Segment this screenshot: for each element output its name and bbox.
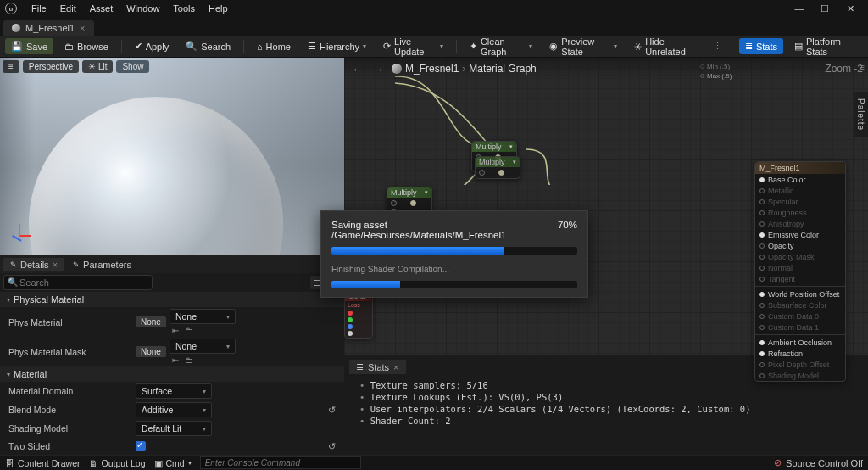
- viewport-perspective-button[interactable]: Perspective: [23, 60, 79, 73]
- b-pin[interactable]: [348, 324, 353, 329]
- asset-slot[interactable]: None: [136, 316, 166, 327]
- input-pin[interactable]: [760, 303, 765, 308]
- menu-help[interactable]: Help: [203, 2, 234, 15]
- graph-node-multiply-2[interactable]: Multiply▾: [475, 156, 520, 179]
- result-pin-row[interactable]: Ambient Occlusion: [755, 337, 845, 348]
- close-tab-icon[interactable]: ×: [80, 23, 85, 33]
- input-pin[interactable]: [760, 292, 765, 297]
- menu-edit[interactable]: Edit: [54, 2, 82, 15]
- result-pin-row[interactable]: Roughness: [755, 207, 845, 218]
- result-pin-row[interactable]: Refraction: [755, 348, 845, 359]
- section-physical-material[interactable]: Physical Material: [0, 292, 344, 307]
- input-pin[interactable]: [760, 243, 765, 249]
- details-panel[interactable]: Physical Material Phys Material None Non…: [0, 292, 344, 455]
- viewport-menu-button[interactable]: ≡: [3, 60, 19, 73]
- reset-to-default-icon[interactable]: ↺: [328, 441, 336, 452]
- result-pin-row[interactable]: Custom Data 0: [755, 311, 845, 322]
- input-pin[interactable]: [391, 200, 397, 206]
- cmd-dropdown[interactable]: ▣Cmd▾: [154, 458, 192, 468]
- input-pin[interactable]: [760, 255, 765, 260]
- asset-dropdown[interactable]: None▾: [170, 309, 236, 324]
- browse-asset-icon[interactable]: 🗀: [183, 326, 195, 335]
- material-result-node[interactable]: M_Fresnel1 Base ColorMetallicSpecularRou…: [754, 161, 846, 382]
- input-pin[interactable]: [760, 373, 765, 378]
- result-pin-row[interactable]: Specular: [755, 196, 845, 207]
- input-pin[interactable]: [760, 210, 765, 215]
- menu-window[interactable]: Window: [120, 2, 165, 15]
- input-pin[interactable]: [760, 325, 765, 330]
- search-button[interactable]: 🔍Search: [180, 38, 236, 54]
- input-pin[interactable]: [760, 188, 765, 193]
- input-pin[interactable]: [760, 340, 765, 345]
- section-material[interactable]: Material: [0, 366, 344, 382]
- menu-asset[interactable]: Asset: [84, 2, 120, 15]
- preview-state-button[interactable]: ◉Preview State▾: [543, 34, 623, 59]
- asset-dropdown[interactable]: None▾: [170, 339, 236, 354]
- input-pin[interactable]: [760, 177, 765, 182]
- menu-tools[interactable]: Tools: [167, 2, 201, 15]
- input-pin[interactable]: [479, 170, 485, 176]
- close-tab-icon[interactable]: ×: [53, 260, 58, 270]
- browse-button[interactable]: 🗀Browse: [58, 39, 114, 54]
- r-pin[interactable]: [348, 311, 353, 316]
- result-pin-row[interactable]: Normal: [755, 262, 845, 273]
- material-domain-dropdown[interactable]: Surface▾: [136, 383, 212, 399]
- asset-slot[interactable]: None: [136, 346, 166, 357]
- two-sided-checkbox[interactable]: [136, 441, 146, 451]
- browse-asset-icon[interactable]: 🗀: [183, 355, 195, 365]
- input-pin[interactable]: [760, 232, 765, 238]
- window-minimize-icon[interactable]: —: [787, 1, 812, 16]
- nav-forward-icon[interactable]: →: [370, 63, 387, 76]
- g-pin[interactable]: [348, 317, 353, 322]
- close-tab-icon[interactable]: ×: [393, 362, 398, 372]
- reset-to-default-icon[interactable]: ↺: [328, 405, 336, 416]
- tab-details[interactable]: ✎Details×: [3, 258, 64, 271]
- tab-parameters[interactable]: ✎Parameters: [66, 258, 138, 271]
- result-pin-row[interactable]: Opacity Mask: [755, 251, 845, 262]
- palette-tab[interactable]: Palette: [854, 92, 868, 137]
- use-asset-icon[interactable]: ⇤: [170, 326, 181, 335]
- platform-stats-button[interactable]: ▤Platform Stats: [788, 34, 863, 59]
- input-pin[interactable]: [760, 362, 765, 367]
- input-pin[interactable]: [760, 199, 765, 204]
- output-log-button[interactable]: 🗎Output Log: [89, 458, 146, 468]
- a-pin[interactable]: [348, 331, 353, 336]
- result-pin-row[interactable]: Opacity: [755, 240, 845, 251]
- hierarchy-button[interactable]: ☰Hierarchy▾: [302, 38, 372, 54]
- input-pin[interactable]: [760, 314, 765, 319]
- breadcrumb[interactable]: M_Fresnel1 › Material Graph: [392, 63, 537, 75]
- result-pin-row[interactable]: Pixel Depth Offset: [755, 359, 845, 370]
- shading-model-dropdown[interactable]: Default Lit▾: [136, 421, 212, 436]
- window-close-icon[interactable]: ✕: [837, 1, 863, 16]
- live-update-button[interactable]: ⟳Live Update▾: [377, 34, 449, 59]
- content-drawer-button[interactable]: 🗄Content Drawer: [5, 458, 81, 468]
- home-button[interactable]: ⌂Home: [251, 39, 297, 54]
- output-pin[interactable]: [498, 170, 504, 176]
- window-maximize-icon[interactable]: ☐: [812, 1, 837, 16]
- result-pin-row[interactable]: Subsurface Color: [755, 299, 845, 311]
- input-pin[interactable]: [760, 351, 765, 356]
- tab-stats[interactable]: ≣Stats×: [349, 360, 406, 374]
- more-icon[interactable]: ⋮: [710, 41, 725, 52]
- result-pin-row[interactable]: Anisotropy: [755, 218, 845, 229]
- hide-unrelated-button[interactable]: ⚹Hide Unrelated: [628, 34, 705, 59]
- clean-graph-button[interactable]: ✦Clean Graph▾: [464, 34, 538, 59]
- result-pin-row[interactable]: Base Color: [755, 174, 845, 185]
- graph-menu-icon[interactable]: ≡: [860, 62, 865, 72]
- use-asset-icon[interactable]: ⇤: [170, 355, 181, 365]
- result-pin-row[interactable]: Shading Model: [755, 370, 845, 381]
- document-tab[interactable]: M_Fresnel1 ×: [3, 20, 94, 36]
- output-pin[interactable]: [410, 200, 416, 206]
- result-pin-row[interactable]: Tangent: [755, 273, 845, 284]
- material-preview-viewport[interactable]: ≡ Perspective ☀ Lit Show: [0, 58, 344, 255]
- details-search-input[interactable]: [3, 275, 153, 290]
- result-pin-row[interactable]: World Position Offset: [755, 288, 845, 299]
- result-pin-row[interactable]: Metallic: [755, 185, 845, 196]
- source-control-label[interactable]: Source Control Off: [786, 458, 863, 468]
- blend-mode-dropdown[interactable]: Additive▾: [136, 402, 212, 417]
- nav-back-icon[interactable]: ←: [349, 63, 365, 76]
- save-button[interactable]: 💾Save: [5, 38, 53, 54]
- viewport-show-button[interactable]: Show: [116, 60, 149, 73]
- menu-file[interactable]: File: [25, 2, 53, 15]
- result-pin-row[interactable]: Custom Data 1: [755, 322, 845, 333]
